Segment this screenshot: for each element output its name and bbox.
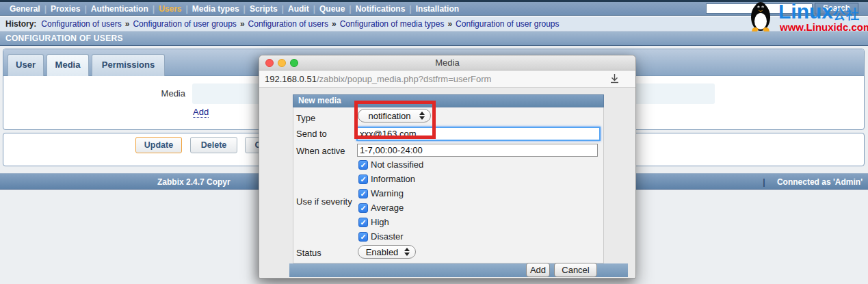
severity-not-classified-checkbox[interactable]: ✓ — [358, 160, 368, 170]
new-media-form-title: New media — [293, 94, 604, 107]
nav-notifications[interactable]: Notifications — [352, 4, 410, 14]
breadcrumb-separator: » — [332, 19, 337, 29]
history-link[interactable]: Configuration of media types — [340, 19, 445, 29]
history-link[interactable]: Configuration of users — [41, 19, 121, 29]
breadcrumb: History: Configuration of users » Config… — [0, 16, 868, 31]
when-active-label: When active — [296, 146, 345, 156]
nav-general[interactable]: General — [5, 4, 44, 14]
popup-title-bar[interactable]: Media — [259, 55, 635, 70]
history-link[interactable]: Configuration of users — [248, 19, 328, 29]
history-link[interactable]: Configuration of user groups — [133, 19, 236, 29]
status-select-value: Enabled — [358, 247, 403, 257]
history-label: History: — [5, 19, 36, 29]
severity-average-label: Average — [371, 203, 404, 213]
nav-queue[interactable]: Queue — [315, 4, 349, 14]
breadcrumb-separator: » — [125, 19, 130, 29]
history-link[interactable]: Configuration of user groups — [456, 19, 559, 29]
nav-users[interactable]: Users — [155, 4, 185, 14]
media-field-label: Media — [127, 88, 185, 99]
popup-title: Media — [259, 55, 635, 70]
tux-penguin-icon — [744, 1, 777, 32]
nav-scripts[interactable]: Scripts — [246, 4, 282, 14]
tab-user[interactable]: User — [8, 54, 44, 76]
url-host: 192.168.0.51 — [265, 74, 317, 84]
add-media-link[interactable]: Add — [193, 107, 209, 118]
url-path: /zabbix/popup_media.php?dstfrm=userForm — [317, 74, 491, 84]
nav-audit[interactable]: Audit — [284, 4, 313, 14]
nav-media-types[interactable]: Media types — [188, 4, 244, 14]
status-select[interactable]: Enabled — [358, 245, 416, 259]
footer-separator: | — [763, 177, 765, 187]
severity-information-label: Information — [371, 174, 415, 184]
watermark-url[interactable]: www.Linuxidc.com — [780, 21, 868, 33]
severity-information-checkbox[interactable]: ✓ — [358, 175, 368, 184]
severity-warning-checkbox[interactable]: ✓ — [358, 189, 368, 198]
nav-authentication[interactable]: Authentication — [87, 4, 153, 14]
download-icon[interactable] — [609, 73, 620, 85]
select-arrows-icon — [418, 112, 426, 120]
linuxidc-watermark: Linux公社 www.Linuxidc.com — [744, 0, 868, 33]
tab-permissions[interactable]: Permissions — [92, 54, 165, 76]
severity-not-classified-label: Not classified — [371, 159, 423, 170]
nav-installation[interactable]: Installation — [412, 4, 463, 14]
breadcrumb-separator: » — [447, 19, 452, 29]
severity-high-label: High — [371, 217, 389, 227]
type-label: Type — [296, 113, 315, 123]
severity-high-checkbox[interactable]: ✓ — [358, 218, 368, 227]
send-to-input[interactable] — [356, 127, 601, 141]
select-arrows-icon — [403, 248, 411, 256]
popup-add-button[interactable]: Add — [526, 263, 550, 277]
page-title: CONFIGURATION OF USERS — [0, 31, 868, 46]
connected-as-label: Connected as 'Admin' — [777, 177, 863, 187]
type-select-value: notification — [358, 111, 418, 121]
severity-disaster-checkbox[interactable]: ✓ — [358, 232, 368, 242]
when-active-input[interactable] — [357, 144, 598, 157]
popup-url-bar: 192.168.0.51/zabbix/popup_media.php?dstf… — [259, 70, 635, 88]
send-to-label: Send to — [296, 129, 327, 139]
severity-warning-label: Warning — [371, 188, 404, 198]
tab-media[interactable]: Media — [47, 54, 89, 76]
footer-copyright: Zabbix 2.4.7 Copyr — [157, 177, 231, 187]
use-if-severity-label: Use if severity — [296, 196, 352, 207]
zabbix-page: General | Proxies | Authentication | Use… — [0, 0, 868, 284]
status-label: Status — [296, 248, 321, 258]
type-select[interactable]: notification — [358, 109, 431, 122]
severity-disaster-label: Disaster — [371, 231, 404, 242]
media-popup-window: Media 192.168.0.51/zabbix/popup_media.ph… — [259, 55, 636, 279]
update-button[interactable]: Update — [135, 137, 182, 153]
delete-button[interactable]: Delete — [190, 137, 237, 153]
popup-cancel-button[interactable]: Cancel — [554, 263, 597, 277]
severity-average-checkbox[interactable]: ✓ — [358, 203, 368, 213]
nav-proxies[interactable]: Proxies — [47, 4, 84, 14]
breadcrumb-separator: » — [240, 19, 245, 29]
